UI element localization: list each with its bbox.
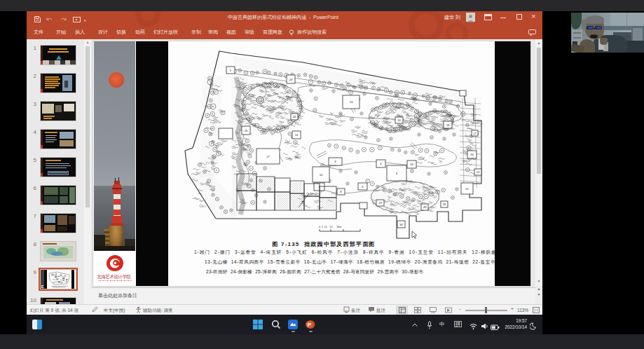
svg-text:30: 30 [399, 223, 403, 226]
svg-text:22: 22 [477, 170, 480, 174]
svg-text:0 5 10 20 30m: 0 5 10 20 30m [319, 226, 341, 228]
svg-text:21: 21 [465, 187, 469, 191]
svg-text:13: 13 [350, 100, 353, 104]
svg-text:18: 18 [446, 123, 450, 127]
svg-text:24: 24 [289, 78, 293, 81]
svg-text:23-听雨轩 24-倒影楼 25-浮翠阁 26-留听阁: 23-听雨轩 24-倒影楼 25-浮翠阁 26-留听阁 27-三十六鸳鸯馆 28… [206, 269, 423, 275]
svg-text:28: 28 [423, 205, 427, 209]
svg-text:23: 23 [378, 201, 382, 205]
svg-text:10: 10 [320, 173, 323, 177]
svg-text:26: 26 [293, 115, 296, 118]
svg-text:图 7-135 拙政园中部及西部平面图: 图 7-135 拙政园中部及西部平面图 [272, 241, 375, 247]
svg-text:14: 14 [295, 133, 299, 137]
svg-text:29: 29 [443, 203, 446, 206]
svg-text:27: 27 [266, 155, 270, 158]
svg-text:19: 19 [410, 163, 413, 166]
svg-text:北: 北 [301, 200, 305, 205]
svg-text:1-园门 2-腰门 3-远香堂 4-倚玉轩 5-小飞: 1-园门 2-腰门 3-远香堂 4-倚玉轩 5-小飞虹 6-松风亭 7-小沧浪 … [194, 249, 495, 255]
svg-text:20: 20 [470, 153, 474, 156]
svg-text:16: 16 [397, 118, 401, 122]
svg-text:17: 17 [473, 132, 477, 135]
svg-text:13-见山楼 14-荷风四面亭 15-雪香云蔚亭 16: 13-见山楼 14-荷风四面亭 15-雪香云蔚亭 16-北山亭 17-绿漪亭 1… [205, 259, 495, 265]
svg-text:P: P [308, 322, 312, 328]
svg-text:25: 25 [245, 129, 248, 132]
svg-text:15: 15 [259, 99, 262, 102]
